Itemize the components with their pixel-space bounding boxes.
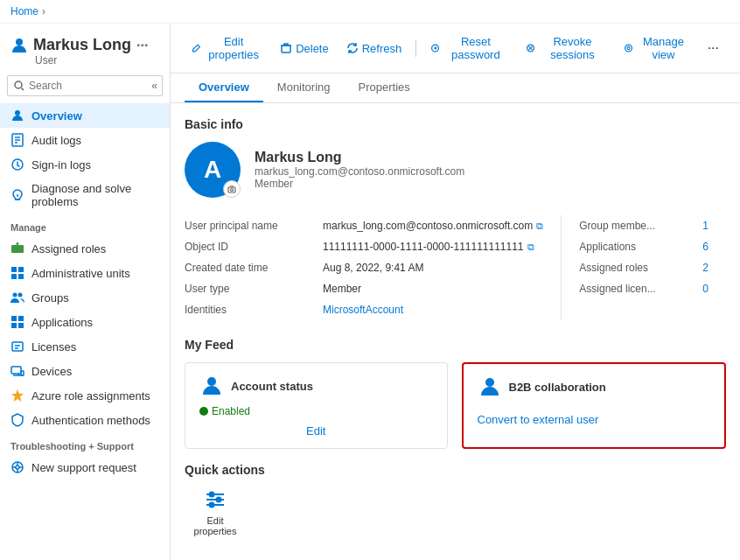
tabs: Overview Monitoring Properties (171, 74, 740, 103)
props-left: User principal name markus_long.com@cont… (185, 215, 561, 320)
sidebar-search-input[interactable] (7, 75, 163, 96)
avatar-camera-icon[interactable] (223, 180, 241, 198)
user-role: Member (255, 178, 464, 190)
sidebar-item-applications[interactable]: Applications (0, 310, 170, 334)
prop-assigned-roles: Assigned roles 2 (579, 257, 726, 278)
user-card: A Markus Long markus_long.com@contoso.on… (185, 142, 726, 198)
sidebar-item-auth-methods[interactable]: Authentication methods (0, 408, 170, 432)
sidebar-item-diagnose[interactable]: Diagnose and solve problems (0, 177, 170, 214)
manage-view-icon (624, 42, 633, 54)
prop-identities-value[interactable]: MicrosoftAccount (323, 304, 403, 316)
basic-info-title: Basic info (185, 117, 726, 131)
devices-icon (10, 364, 24, 378)
edit-icon (192, 42, 201, 54)
convert-external-user-link[interactable]: Convert to external user (478, 413, 711, 426)
prop-identities: Identities MicrosoftAccount (185, 299, 543, 320)
prop-assigned-roles-value[interactable]: 2 (702, 262, 709, 274)
sidebar: Markus Long ··· User « Overview (0, 24, 171, 560)
quick-action-edit-label: Edit properties (185, 515, 246, 536)
breadcrumb: Home › (0, 0, 740, 24)
reset-password-button[interactable]: Reset password (423, 31, 515, 66)
svg-point-43 (625, 45, 632, 52)
prop-group-members-value[interactable]: 1 (702, 220, 709, 232)
sidebar-item-admin-units[interactable]: Administrative units (0, 261, 170, 285)
svg-rect-22 (18, 323, 24, 328)
copy-upn-icon[interactable]: ⧉ (536, 220, 543, 232)
sidebar-more-btn[interactable]: ··· (136, 38, 148, 53)
svg-rect-37 (282, 46, 290, 52)
tab-properties[interactable]: Properties (345, 74, 424, 102)
svg-point-18 (18, 293, 23, 298)
refresh-button[interactable]: Refresh (339, 38, 409, 60)
b2b-person-icon (478, 374, 502, 399)
manage-view-button[interactable]: Manage view (617, 31, 696, 66)
properties-grid: User principal name markus_long.com@cont… (185, 215, 726, 320)
toolbar-more-button[interactable]: ··· (701, 36, 726, 60)
my-feed-section: My Feed Account status (185, 338, 726, 449)
sidebar-item-sign-in-logs[interactable]: Sign-in logs (0, 152, 170, 177)
svg-marker-30 (11, 389, 24, 402)
account-status-edit-link[interactable]: Edit (199, 424, 433, 438)
delete-button[interactable]: Delete (273, 38, 336, 60)
breadcrumb-separator: › (42, 5, 45, 18)
reset-password-icon (430, 42, 440, 54)
svg-point-48 (485, 378, 494, 387)
revoke-sessions-button[interactable]: Revoke sessions (519, 31, 614, 66)
audit-logs-icon (10, 133, 24, 147)
prop-user-type-value: Member (323, 283, 361, 295)
quick-actions-title: Quick actions (185, 463, 726, 477)
breadcrumb-home[interactable]: Home (10, 5, 38, 18)
sidebar-item-devices[interactable]: Devices (0, 359, 170, 383)
sidebar-item-assigned-roles[interactable]: Assigned roles (0, 236, 170, 261)
my-feed-title: My Feed (185, 338, 726, 352)
svg-point-47 (207, 377, 216, 386)
avatar: A (185, 142, 241, 198)
b2b-collab-card: B2B collaboration Convert to external us… (462, 362, 727, 449)
sidebar-item-support[interactable]: New support request (0, 455, 170, 480)
svg-point-44 (627, 46, 630, 49)
sidebar-search-icon (14, 80, 24, 91)
sidebar-item-licenses[interactable]: Licenses (0, 334, 170, 359)
svg-point-46 (231, 189, 234, 192)
manage-section-label: Manage (0, 214, 170, 236)
prop-applications-value[interactable]: 6 (702, 241, 709, 253)
svg-rect-13 (11, 267, 17, 272)
user-email: markus_long.com@contoso.onmicrosoft.com (255, 165, 464, 178)
copy-objectid-icon[interactable]: ⧉ (527, 242, 534, 253)
sidebar-item-azure-roles[interactable]: Azure role assignments (0, 383, 170, 408)
sidebar-item-groups[interactable]: Groups (0, 285, 170, 310)
groups-icon (10, 290, 24, 304)
sidebar-item-audit-logs[interactable]: Audit logs (0, 128, 170, 152)
tab-overview[interactable]: Overview (185, 74, 263, 102)
svg-rect-26 (11, 367, 21, 374)
svg-rect-20 (18, 316, 24, 321)
prop-created-date: Created date time Aug 8, 2022, 9:41 AM (185, 257, 543, 278)
toolbar: Edit properties Delete Refresh (171, 24, 740, 74)
svg-point-1 (15, 81, 22, 88)
quick-action-edit-props[interactable]: Edit properties (185, 487, 246, 536)
azure-roles-icon (10, 388, 24, 402)
feed-cards: Account status Enabled Edit (185, 362, 726, 449)
toolbar-separator (415, 39, 416, 57)
sidebar-header: Markus Long ··· User (0, 31, 170, 75)
quick-actions-section: Quick actions Edit properties (185, 463, 726, 536)
prop-user-type: User type Member (185, 278, 543, 299)
prop-upn: User principal name markus_long.com@cont… (185, 215, 543, 236)
account-status-header: Account status (199, 374, 433, 398)
svg-line-2 (22, 88, 24, 91)
sidebar-collapse-icon[interactable]: « (151, 80, 157, 92)
sidebar-item-overview[interactable]: Overview (0, 103, 170, 128)
prop-group-members: Group membe... 1 (579, 215, 726, 236)
support-icon (10, 460, 24, 474)
edit-properties-button[interactable]: Edit properties (185, 31, 269, 66)
props-right: Group membe... 1 Applications 6 Assigned… (561, 215, 726, 320)
admin-units-icon (10, 266, 24, 280)
sidebar-user-role: User (10, 54, 159, 66)
sign-in-logs-icon (10, 158, 24, 172)
svg-point-3 (15, 110, 20, 116)
svg-point-12 (17, 242, 19, 245)
prop-assigned-licenses-value[interactable]: 0 (702, 283, 709, 295)
tab-monitoring[interactable]: Monitoring (263, 74, 345, 102)
prop-object-id: Object ID 11111111-0000-1111-0000-111111… (185, 236, 543, 257)
b2b-collab-title: B2B collaboration (509, 381, 606, 394)
